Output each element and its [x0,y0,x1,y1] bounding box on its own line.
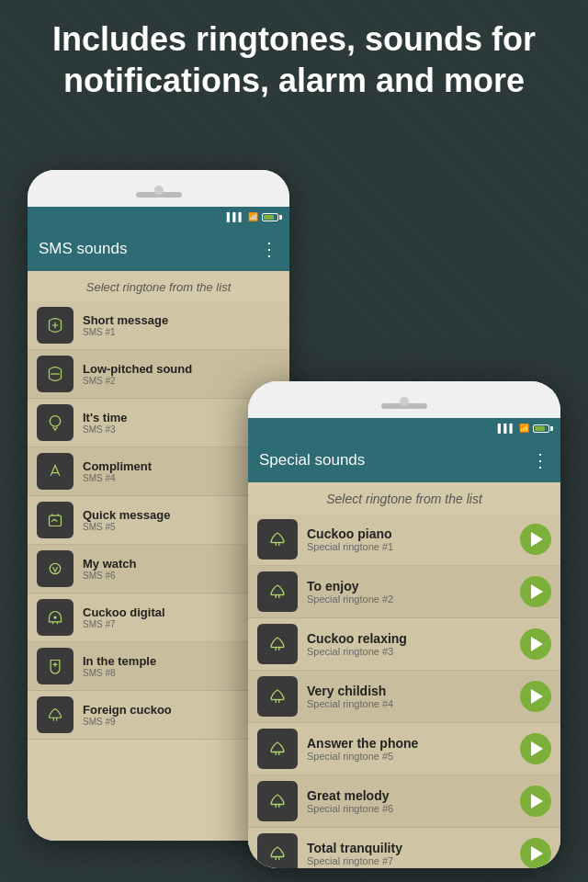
list-item[interactable]: Answer the phone Special ringtone #5 [248,723,560,775]
item-name: Low-pitched sound [83,362,280,376]
ringtone-icon [257,676,298,717]
ringtone-icon [37,599,74,636]
item-text: Short message SMS #1 [83,313,280,337]
play-button[interactable] [520,681,551,712]
ringtone-icon [37,550,74,587]
list-item[interactable]: Total tranquility Special ringtone #7 [248,828,560,868]
wifi-icon: 📶 [248,212,258,221]
item-name: Cuckoo relaxing [307,631,514,646]
phone1-camera [154,186,164,195]
phone2-toolbar-title: Special sounds [259,451,365,469]
list-item[interactable]: Very childish Special ringtone #4 [248,671,560,723]
phone2-ringtone-list: Cuckoo piano Special ringtone #1 To enjo… [248,514,560,868]
play-button[interactable] [520,838,551,868]
item-sub: SMS #1 [83,327,280,337]
item-name: Total tranquility [307,841,514,855]
play-button[interactable] [520,524,551,555]
item-text: Total tranquility Special ringtone #7 [307,841,514,866]
item-sub: Special ringtone #5 [307,751,514,762]
phone1-toolbar: SMS sounds ⋮ [28,227,289,271]
item-name: Answer the phone [307,736,514,751]
ringtone-icon [37,648,74,684]
item-text: Cuckoo piano Special ringtone #1 [307,526,514,552]
phone2-content: Select ringtone from the list Cuckoo pia… [248,482,560,868]
ringtone-icon [37,502,74,538]
play-button[interactable] [520,733,551,764]
phone1-status-icons: ▌▌▌ 📶 [227,212,282,221]
ringtone-icon [37,453,74,490]
svg-point-3 [53,616,56,618]
item-text: To enjoy Special ringtone #2 [307,579,514,605]
ringtone-icon [37,696,74,733]
phone1-menu-icon[interactable]: ⋮ [260,238,278,260]
item-sub: Special ringtone #1 [307,541,514,552]
play-button[interactable] [520,786,551,817]
ringtone-icon [257,781,298,821]
phone2-top [248,381,560,418]
svg-point-0 [50,416,60,426]
phone2-status-bar: ▌▌▌ 📶 [248,418,560,438]
phone2-camera [400,397,409,406]
phone1-status-bar: ▌▌▌ 📶 [28,207,289,227]
list-item[interactable]: Short message SMS #1 [28,301,289,350]
page-title: Includes ringtones, sounds for notificat… [28,18,560,101]
wifi-icon: 📶 [519,424,529,433]
play-button[interactable] [520,576,551,607]
item-text: Very childish Special ringtone #4 [307,684,514,709]
item-sub: Special ringtone #3 [307,646,514,657]
signal-icon: ▌▌▌ [227,212,244,221]
ringtone-icon [257,571,298,612]
list-item[interactable]: To enjoy Special ringtone #2 [248,566,560,618]
battery-icon [262,213,282,221]
phone1-top [28,170,289,207]
play-button[interactable] [520,628,551,660]
phone2-toolbar: Special sounds ⋮ [248,438,560,482]
list-item[interactable]: Great melody Special ringtone #6 [248,775,560,828]
item-name: Very childish [307,684,514,698]
phone2-menu-icon[interactable]: ⋮ [531,449,549,471]
ringtone-icon [257,624,298,664]
ringtone-icon [257,833,298,868]
ringtone-icon [37,356,74,392]
svg-rect-1 [50,515,62,526]
ringtone-icon [257,729,298,769]
phone2-device: ▌▌▌ 📶 Special sounds ⋮ Select ringtone f… [248,381,560,868]
item-text: Answer the phone Special ringtone #5 [307,736,514,762]
ringtone-icon [37,307,74,344]
phone2-select-label: Select ringtone from the list [248,482,560,514]
battery-icon [533,424,553,433]
item-sub: Special ringtone #4 [307,698,514,709]
item-text: Cuckoo relaxing Special ringtone #3 [307,631,514,657]
item-name: Short message [83,313,280,327]
item-sub: Special ringtone #6 [307,803,514,814]
ringtone-icon [37,404,74,441]
signal-icon: ▌▌▌ [498,424,515,433]
ringtone-icon [257,519,298,560]
item-name: To enjoy [307,579,514,594]
item-name: Cuckoo piano [307,526,514,541]
item-text: Great melody Special ringtone #6 [307,788,514,814]
item-name: Great melody [307,788,514,803]
phone2-status-icons: ▌▌▌ 📶 [498,424,553,433]
list-item[interactable]: Cuckoo relaxing Special ringtone #3 [248,618,560,671]
phone1-toolbar-title: SMS sounds [39,240,127,258]
item-sub: Special ringtone #7 [307,855,514,866]
list-item[interactable]: Cuckoo piano Special ringtone #1 [248,514,560,566]
item-sub: Special ringtone #2 [307,594,514,605]
phone1-select-label: Select ringtone from the list [28,271,289,301]
